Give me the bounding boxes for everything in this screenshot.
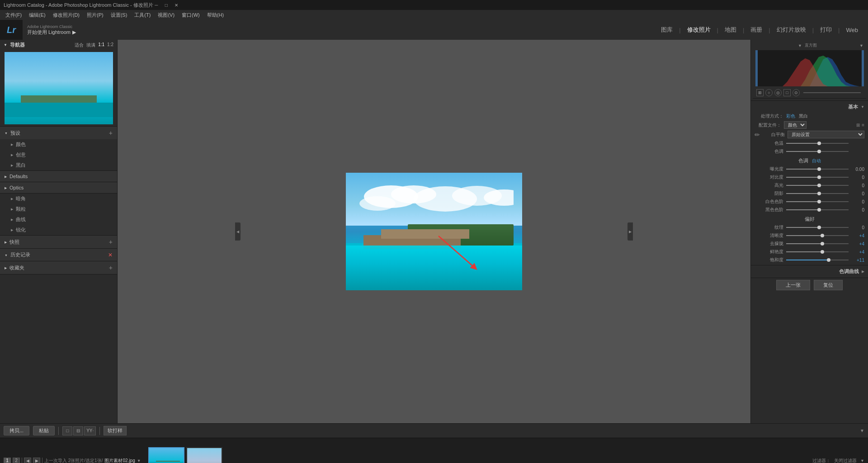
redeye-tool-btn[interactable]: ◎	[774, 89, 782, 96]
menu-settings[interactable]: 设置(S)	[107, 10, 131, 20]
compare-view-btn[interactable]: ⊟	[73, 426, 83, 435]
vignette-label: 暗角	[16, 195, 26, 202]
config-list-icon[interactable]: ≡	[862, 123, 864, 128]
dehaze-slider[interactable]	[786, 241, 849, 247]
nav-slideshow[interactable]: 幻灯片放映	[771, 24, 811, 36]
history-header[interactable]: 历史记录 ✕	[0, 249, 117, 261]
menu-window[interactable]: 窗口(W)	[178, 10, 203, 20]
texture-slider[interactable]	[786, 224, 849, 231]
histogram-collapse-arrow[interactable]: ▼	[798, 43, 802, 48]
nav-web[interactable]: Web	[841, 25, 864, 35]
basic-collapse-icon[interactable]: ▼	[861, 105, 864, 109]
preset-item-color[interactable]: 颜色	[0, 139, 117, 150]
highlights-slider[interactable]	[786, 182, 849, 189]
histogram-expand-icon[interactable]: ▼	[859, 43, 863, 48]
exposure-slider[interactable]	[786, 166, 849, 172]
crop-tool-btn[interactable]: ⊞	[756, 89, 764, 96]
maximize-button[interactable]: □	[163, 2, 170, 8]
shadows-value: 0	[849, 191, 864, 196]
preset-item-curves[interactable]: 曲线	[0, 214, 117, 225]
presets-header[interactable]: 预设 +	[0, 127, 117, 139]
defaults-header[interactable]: Defaults	[0, 171, 117, 182]
page-1-btn[interactable]: 1	[4, 458, 11, 463]
film-prev-btn[interactable]: ◀	[24, 458, 31, 463]
navigator-section: ▼ 导航器 适合 填满 1:1 1:2	[0, 40, 117, 127]
film-next-btn[interactable]: ▶	[33, 458, 40, 463]
config-select[interactable]: 颜色	[784, 121, 807, 129]
preset-item-sharpen[interactable]: 锐化	[0, 225, 117, 235]
radial-tool-btn[interactable]: ⊙	[793, 89, 800, 96]
menu-edit[interactable]: 编辑(E)	[25, 10, 49, 20]
spot-tool-btn[interactable]: ○	[765, 89, 773, 96]
page-2-btn[interactable]: 2	[13, 458, 20, 463]
color-option[interactable]: 彩色	[786, 113, 795, 119]
right-panel-collapse-btn[interactable]: ▶	[627, 222, 633, 241]
zoom-fill[interactable]: 填满	[86, 42, 95, 48]
menu-photo[interactable]: 照片(P)	[83, 10, 107, 20]
center-area: ◀ ▶	[118, 40, 750, 423]
nav-book[interactable]: 画册	[745, 24, 768, 36]
config-grid-icon[interactable]: ⊞	[856, 123, 860, 128]
history-clear-icon[interactable]: ✕	[108, 252, 113, 258]
whites-slider[interactable]	[786, 198, 849, 205]
reset-btn[interactable]: 复位	[814, 280, 843, 290]
filter-dropdown-icon[interactable]: ▼	[860, 458, 864, 463]
menu-file[interactable]: 文件(F)	[2, 10, 25, 20]
copy-btn[interactable]: 拷贝...	[4, 426, 29, 435]
zoom-1to2[interactable]: 1:2	[107, 42, 113, 48]
temp-slider[interactable]	[786, 140, 849, 146]
bw-option[interactable]: 黑白	[799, 113, 808, 119]
clarity-slider[interactable]	[786, 232, 849, 239]
paste-btn[interactable]: 粘贴	[33, 426, 55, 435]
tone-curve-label: 色调曲线	[839, 268, 859, 275]
zoom-1to1[interactable]: 1:1	[98, 42, 104, 48]
soft-proof-btn[interactable]: 软打样	[104, 426, 127, 435]
filmstrip-dropdown-icon[interactable]: ▼	[137, 458, 141, 463]
tone-curve-collapse-icon[interactable]: ▶	[862, 269, 864, 274]
preset-item-bw[interactable]: 黑白	[0, 160, 117, 170]
svg-point-5	[359, 196, 396, 211]
preset-item-vignette[interactable]: 暗角	[0, 194, 117, 204]
processing-label: 处理方式：	[755, 113, 786, 119]
eyedropper-icon[interactable]: ✏	[755, 131, 760, 138]
preset-item-grain[interactable]: 颗粒	[0, 204, 117, 214]
optics-header[interactable]: Optics	[0, 182, 117, 193]
menu-tools[interactable]: 工具(T)	[131, 10, 154, 20]
tint-slider[interactable]	[786, 148, 849, 155]
menu-develop[interactable]: 修改照片(D)	[49, 10, 83, 20]
single-view-btn[interactable]: □	[62, 426, 72, 435]
nav-develop[interactable]: 修改照片	[682, 24, 716, 36]
filmstrip-thumb-1[interactable]	[148, 447, 184, 463]
brand-arrow-icon[interactable]: ▶	[72, 29, 76, 35]
collections-add-icon[interactable]: +	[109, 264, 113, 271]
wb-select[interactable]: 原始设置	[788, 131, 864, 138]
menu-view[interactable]: 视图(V)	[154, 10, 178, 20]
tint-label: 色调	[755, 148, 786, 155]
minimize-button[interactable]: ─	[153, 2, 160, 8]
quick-develop-add-icon[interactable]: +	[109, 238, 113, 246]
close-button[interactable]: ✕	[173, 2, 179, 8]
menu-help[interactable]: 帮助(H)	[203, 10, 227, 20]
filmstrip-thumb-2[interactable]	[186, 447, 222, 463]
vibrance-slider[interactable]	[786, 249, 849, 255]
presets-add-icon[interactable]: +	[109, 129, 113, 137]
processing-mode-row: 处理方式： 彩色 黑白	[751, 112, 868, 120]
tone-auto-btn[interactable]: 自动	[812, 158, 821, 164]
blacks-slider[interactable]	[786, 207, 849, 213]
nav-print[interactable]: 打印	[815, 24, 837, 36]
shadows-slider[interactable]	[786, 190, 849, 197]
contrast-slider[interactable]	[786, 174, 849, 180]
preset-item-creative[interactable]: 创意	[0, 150, 117, 160]
saturation-slider[interactable]	[786, 257, 849, 263]
gradient-tool-btn[interactable]: □	[783, 89, 791, 96]
navigator-arrow[interactable]: ▼	[4, 43, 7, 47]
collections-header[interactable]: 收藏夹 +	[0, 261, 117, 274]
toolbar-right-arrow[interactable]: ▼	[860, 428, 864, 433]
nav-map[interactable]: 地图	[719, 24, 742, 36]
quick-develop-header[interactable]: 快照 +	[0, 236, 117, 248]
zoom-fit[interactable]: 适合	[75, 42, 84, 48]
nav-library[interactable]: 图库	[656, 24, 678, 36]
filter-value[interactable]: 关闭过滤器	[834, 458, 857, 463]
left-panel-collapse-btn[interactable]: ◀	[235, 222, 241, 241]
prev-photo-btn[interactable]: 上一张	[776, 280, 810, 290]
